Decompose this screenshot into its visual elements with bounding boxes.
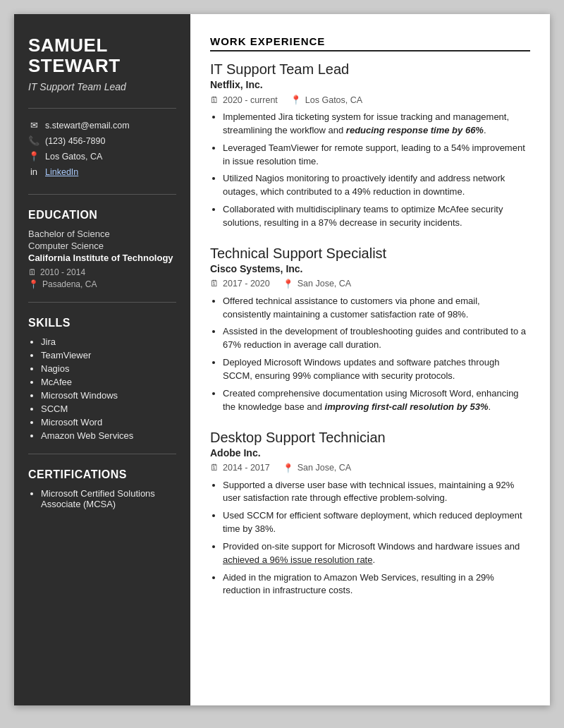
list-item: Implemented Jira ticketing system for is… xyxy=(223,111,530,138)
location-icon-edu: 📍 xyxy=(28,279,39,289)
main-content: WORK EXPERIENCE IT Support Team Lead Net… xyxy=(190,14,550,705)
contact-phone: 📞 (123) 456-7890 xyxy=(28,135,176,146)
edu-degree: Bachelor of Science xyxy=(28,229,176,239)
job-bullets-1: Implemented Jira ticketing system for is… xyxy=(210,111,530,230)
certifications-title: CERTIFICATIONS xyxy=(28,468,176,481)
job-years-2: 🗓 2017 - 2020 xyxy=(210,279,270,289)
job-block-1: IT Support Team Lead Netflix, Inc. 🗓 202… xyxy=(210,61,530,230)
contact-location: 📍 Los Gatos, CA xyxy=(28,151,176,162)
skills-title: SKILLS xyxy=(28,317,176,329)
candidate-name: SAMUEL STEWART xyxy=(28,35,176,75)
candidate-title: IT Support Team Lead xyxy=(28,81,176,92)
calendar-icon: 🗓 xyxy=(28,267,37,277)
edu-years: 🗓 2010 - 2014 xyxy=(28,267,176,277)
job-meta-2: 🗓 2017 - 2020 📍 San Jose, CA xyxy=(210,279,530,289)
list-item: Deployed Microsoft Windows updates and s… xyxy=(223,356,530,383)
edu-city: 📍 Pasadena, CA xyxy=(28,279,176,289)
job-meta-3: 🗓 2014 - 2017 📍 San Jose, CA xyxy=(210,463,530,473)
education-title: EDUCATION xyxy=(28,209,176,222)
calendar-icon-3: 🗓 xyxy=(210,463,219,473)
skills-section: SKILLS Jira TeamViewer Nagios McAfee Mic… xyxy=(28,302,176,441)
job-meta-1: 🗓 2020 - current 📍 Los Gatos, CA xyxy=(210,95,530,105)
cert-list: Microsoft Certified Solutions Associate … xyxy=(28,488,176,509)
list-item: Offered technical assistance to customer… xyxy=(223,295,530,322)
job-block-3: Desktop Support Technician Adobe Inc. 🗓 … xyxy=(210,430,530,598)
list-item: SCCM xyxy=(41,404,176,414)
list-item: Aided in the migration to Amazon Web Ser… xyxy=(223,571,530,598)
job-location-2: 📍 San Jose, CA xyxy=(283,279,351,289)
job-company-1: Netflix, Inc. xyxy=(210,79,530,90)
linkedin-icon: in xyxy=(28,166,39,177)
education-section: EDUCATION Bachelor of Science Computer S… xyxy=(28,194,176,289)
resume: SAMUEL STEWART IT Support Team Lead ✉ s.… xyxy=(14,14,550,705)
work-experience-title: WORK EXPERIENCE xyxy=(210,35,530,51)
location-icon: 📍 xyxy=(28,151,39,162)
list-item: Microsoft Certified Solutions Associate … xyxy=(41,488,176,509)
job-bullets-2: Offered technical assistance to customer… xyxy=(210,295,530,414)
list-item: TeamViewer xyxy=(41,350,176,360)
calendar-icon-2: 🗓 xyxy=(210,279,219,289)
list-item: Used SCCM for efficient software deploym… xyxy=(223,509,530,536)
job-location-3: 📍 San Jose, CA xyxy=(283,463,351,473)
job-title-1: IT Support Team Lead xyxy=(210,61,530,78)
job-title-3: Desktop Support Technician xyxy=(210,430,530,446)
list-item: Collaborated with multidisciplinary team… xyxy=(223,203,530,230)
calendar-icon-1: 🗓 xyxy=(210,95,219,105)
list-item: Jira xyxy=(41,336,176,347)
edu-school: California Institute of Technology xyxy=(28,253,176,263)
location-icon-1: 📍 xyxy=(290,95,302,105)
job-years-1: 🗓 2020 - current xyxy=(210,95,278,105)
list-item: Provided on-site support for Microsoft W… xyxy=(223,540,530,567)
contact-linkedin[interactable]: in LinkedIn xyxy=(28,166,176,177)
email-icon: ✉ xyxy=(28,120,39,131)
list-item: Amazon Web Services xyxy=(41,430,176,441)
job-years-3: 🗓 2014 - 2017 xyxy=(210,463,270,473)
job-company-3: Adobe Inc. xyxy=(210,447,530,459)
edu-major: Computer Science xyxy=(28,241,176,251)
job-block-2: Technical Support Specialist Cisco Syste… xyxy=(210,245,530,414)
skills-list: Jira TeamViewer Nagios McAfee Microsoft … xyxy=(28,336,176,441)
location-icon-3: 📍 xyxy=(283,463,294,473)
list-item: Assisted in the development of troublesh… xyxy=(223,325,530,352)
job-bullets-3: Supported a diverse user base with techn… xyxy=(210,479,530,598)
list-item: McAfee xyxy=(41,377,176,387)
list-item: Leveraged TeamViewer for remote support,… xyxy=(223,142,530,169)
job-company-2: Cisco Systems, Inc. xyxy=(210,263,530,274)
certifications-section: CERTIFICATIONS Microsoft Certified Solut… xyxy=(28,454,176,509)
sidebar: SAMUEL STEWART IT Support Team Lead ✉ s.… xyxy=(14,14,190,705)
job-title-2: Technical Support Specialist xyxy=(210,245,530,262)
list-item: Nagios xyxy=(41,363,176,374)
list-item: Supported a diverse user base with techn… xyxy=(223,479,530,506)
list-item: Microsoft Word xyxy=(41,417,176,427)
contact-email: ✉ s.stewart@email.com xyxy=(28,120,176,131)
list-item: Created comprehensive documentation usin… xyxy=(223,387,530,414)
phone-icon: 📞 xyxy=(28,135,39,146)
list-item: Utilized Nagios monitoring to proactivel… xyxy=(223,172,530,199)
job-location-1: 📍 Los Gatos, CA xyxy=(290,95,362,105)
list-item: Microsoft Windows xyxy=(41,390,176,401)
location-icon-2: 📍 xyxy=(283,279,294,289)
contact-section: ✉ s.stewart@email.com 📞 (123) 456-7890 📍… xyxy=(28,108,176,177)
